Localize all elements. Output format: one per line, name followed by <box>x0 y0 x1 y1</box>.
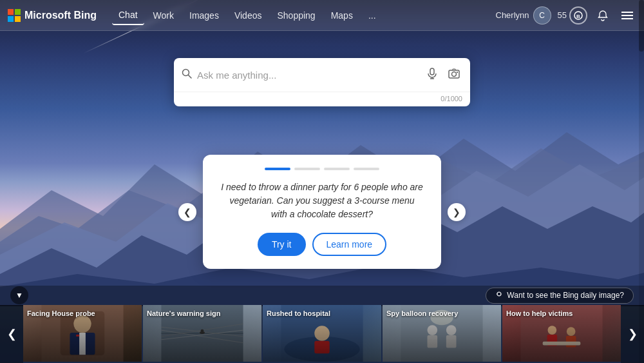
hamburger-menu-button[interactable] <box>618 6 636 25</box>
news-card-2[interactable]: Nature's warning sign <box>143 305 261 362</box>
dot-4[interactable] <box>354 168 379 170</box>
svg-rect-6 <box>15 9 21 15</box>
navbar: Microsoft Bing Chat Work Images Videos S… <box>0 0 644 31</box>
logo-text: Microsoft Bing <box>24 10 97 21</box>
news-card-3-title: Rushed to hospital <box>267 309 377 318</box>
learn-more-button[interactable]: Learn more <box>312 233 387 256</box>
daily-image-text: Want to see the Bing daily image? <box>507 291 624 300</box>
points-badge: B <box>569 6 587 25</box>
news-prev-button[interactable]: ❮ <box>0 305 23 363</box>
svg-rect-21 <box>457 72 458 73</box>
chevron-right-icon: ❯ <box>453 207 460 217</box>
camera-button[interactable] <box>446 65 462 85</box>
news-cards: Facing House probe <box>23 305 621 363</box>
svg-point-20 <box>452 72 457 76</box>
mic-button[interactable] <box>424 65 440 85</box>
suggestion-dots <box>221 168 423 170</box>
suggestion-prev-button[interactable]: ❮ <box>178 203 196 221</box>
nav-shopping[interactable]: Shopping <box>270 6 321 25</box>
reward-icon: B <box>574 11 583 20</box>
suggestion-card: I need to throw a dinner party for 6 peo… <box>203 155 441 269</box>
nav-chat[interactable]: Chat <box>112 6 144 25</box>
svg-text:B: B <box>576 14 580 19</box>
news-card-1-title: Facing House probe <box>27 309 138 318</box>
logo[interactable]: Microsoft Bing <box>8 9 97 22</box>
chevron-left-icon: ❮ <box>184 207 191 217</box>
daily-image-button[interactable]: Want to see the Bing daily image? <box>486 288 634 304</box>
suggestion-next-button[interactable]: ❯ <box>448 203 466 221</box>
try-it-button[interactable]: Try it <box>258 233 306 256</box>
search-container: 0/1000 <box>174 58 470 106</box>
search-box: 0/1000 <box>174 58 470 106</box>
avatar: C <box>533 6 551 25</box>
microsoft-logo-icon <box>8 9 21 22</box>
chevron-left-icon: ❮ <box>7 327 17 341</box>
news-card-4[interactable]: Spy balloon recovery <box>383 305 501 362</box>
search-counter: 0/1000 <box>174 92 470 106</box>
points-display[interactable]: 55 B <box>558 6 587 25</box>
nav-more[interactable]: ... <box>362 6 383 25</box>
svg-line-15 <box>189 75 192 79</box>
suggestion-actions: Try it Learn more <box>221 233 423 256</box>
nav-links: Chat Work Images Videos Shopping Maps ..… <box>112 6 496 25</box>
nav-work[interactable]: Work <box>147 6 180 25</box>
collapse-button[interactable]: ▼ <box>10 286 28 304</box>
user-profile[interactable]: Cherlynn C <box>496 6 551 25</box>
suggestion-text: I need to throw a dinner party for 6 peo… <box>221 181 423 221</box>
nav-maps[interactable]: Maps <box>325 6 359 25</box>
bell-icon <box>597 10 609 21</box>
camera-icon <box>448 68 460 79</box>
svg-rect-7 <box>8 16 14 22</box>
news-card-5-title: How to help victims <box>506 309 617 318</box>
chevron-right-icon: ❯ <box>628 327 638 341</box>
scrollbar-thumb[interactable] <box>639 0 644 52</box>
news-card-5[interactable]: How to help victims <box>502 305 621 362</box>
dot-1[interactable] <box>265 168 290 170</box>
news-strip: ❮ Facing House pr <box>0 305 644 363</box>
bottom-section: ▼ Want to see the Bing daily image? ❮ <box>0 286 644 363</box>
search-input[interactable] <box>197 70 419 81</box>
nav-videos[interactable]: Videos <box>228 6 269 25</box>
news-card-4-title: Spy balloon recovery <box>386 309 497 318</box>
svg-rect-16 <box>430 68 434 75</box>
news-card-2-title: Nature's warning sign <box>147 309 258 318</box>
bottom-bar: ▼ Want to see the Bing daily image? <box>0 286 644 305</box>
dot-3[interactable] <box>324 168 350 170</box>
menu-icon <box>621 11 633 20</box>
news-card-3[interactable]: Rushed to hospital <box>263 305 381 362</box>
news-card-1[interactable]: Facing House probe <box>23 305 142 362</box>
search-input-row <box>174 58 470 92</box>
dot-2[interactable] <box>294 168 320 170</box>
svg-rect-5 <box>8 9 14 15</box>
nav-right: Cherlynn C 55 B <box>496 6 637 25</box>
svg-rect-8 <box>15 16 21 22</box>
notifications-button[interactable] <box>594 6 612 25</box>
points-value: 55 <box>558 10 567 20</box>
search-icon <box>182 68 192 81</box>
nav-images[interactable]: Images <box>183 6 225 25</box>
mic-icon <box>426 68 438 79</box>
username: Cherlynn <box>496 10 529 20</box>
chevron-down-icon: ▼ <box>15 291 23 300</box>
scrollbar[interactable] <box>639 0 644 363</box>
location-pin-icon <box>495 291 503 300</box>
